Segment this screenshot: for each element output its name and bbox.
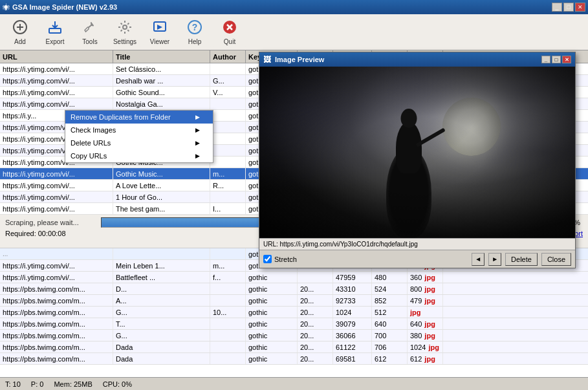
toolbar: Add Export Tools Settings Viewer ? Help (0, 14, 588, 50)
col-author: Author (210, 50, 246, 63)
export-label: Export (46, 38, 65, 45)
col-title: Title (113, 50, 210, 63)
vignette-element (259, 67, 575, 238)
status-cpu: CPU: 0% (103, 380, 132, 388)
settings-icon (117, 19, 133, 37)
context-menu: Remove Duplicates from Folder ▶ Check Im… (65, 110, 213, 163)
svg-point-4 (123, 25, 127, 29)
close-preview-button[interactable]: Close (541, 253, 571, 266)
status-p: P: 0 (31, 380, 44, 388)
preview-minimize-button[interactable]: _ (541, 56, 550, 63)
table-row[interactable]: https://pbs.twimg.com/m...G...10...gothi… (0, 307, 588, 318)
col-url: URL (0, 50, 113, 63)
status-mem: Mem: 25MB (54, 380, 92, 388)
ctx-arrow-icon: ▶ (195, 114, 200, 120)
stretch-label: Stretch (274, 255, 297, 263)
help-label: Help (188, 38, 202, 45)
preview-url-bar: URL: https://i.ytimg.com/vi/Yp3IoCO1drc/… (259, 238, 575, 250)
stretch-control[interactable]: Stretch (263, 255, 297, 263)
settings-button[interactable]: Settings (109, 17, 141, 47)
ctx-delete-urls[interactable]: Delete URLs ▶ (65, 136, 213, 149)
scraping-label: Scraping, please wait... (5, 219, 96, 226)
viewer-label: Viewer (150, 38, 169, 45)
viewer-button[interactable]: Viewer (144, 17, 176, 47)
table-row[interactable]: https://pbs.twimg.com/m...Dadagothic20..… (0, 341, 588, 353)
maximize-button[interactable]: □ (563, 3, 574, 12)
table-row[interactable]: https://i.ytimg.com/vi/...Battlefleet ..… (0, 272, 588, 283)
preview-title: Image Preview (275, 56, 538, 63)
status-t: T: 10 (5, 380, 21, 388)
ctx-check-images[interactable]: Check Images ▶ (65, 124, 213, 136)
ctx-remove-duplicates-label: Remove Duplicates from Folder (71, 113, 171, 121)
export-icon (47, 19, 63, 37)
ctx-arrow-icon: ▶ (195, 153, 200, 159)
ctx-remove-duplicates[interactable]: Remove Duplicates from Folder ▶ (65, 111, 213, 124)
ctx-arrow-icon: ▶ (195, 140, 200, 146)
ctx-copy-urls-label: Copy URLs (71, 152, 107, 160)
minimize-button[interactable]: _ (552, 3, 562, 12)
svg-text:?: ? (192, 22, 198, 32)
close-button[interactable]: ✕ (575, 3, 585, 12)
add-button[interactable]: Add (4, 17, 36, 47)
required-label: Required: 00:00:08 (5, 230, 66, 237)
next-button[interactable]: ► (488, 253, 501, 266)
ctx-check-images-label: Check Images (71, 126, 116, 134)
add-icon (12, 19, 28, 37)
tools-label: Tools (82, 38, 97, 45)
add-label: Add (14, 38, 26, 45)
quit-icon (222, 19, 237, 37)
preview-controls: Stretch ◄ ► Delete Close (259, 250, 575, 268)
preview-title-bar: 🖼 Image Preview _ □ ✕ (259, 52, 575, 67)
preview-url-text: URL: https://i.ytimg.com/vi/Yp3IoCO1drc/… (263, 241, 418, 248)
stretch-checkbox[interactable] (263, 255, 272, 263)
table-row[interactable]: https://pbs.twimg.com/m...G...gothic20..… (0, 330, 588, 341)
gothic-image (259, 67, 575, 238)
quit-button[interactable]: Quit (213, 17, 246, 47)
ctx-arrow-icon: ▶ (195, 127, 200, 133)
table-row[interactable]: https://pbs.twimg.com/m...A...gothic20..… (0, 295, 588, 307)
svg-rect-3 (49, 28, 61, 33)
quit-label: Quit (224, 38, 235, 45)
help-icon: ? (187, 19, 202, 37)
delete-button[interactable]: Delete (505, 253, 538, 266)
table-row[interactable]: https://pbs.twimg.com/m...D...gothic20..… (0, 283, 588, 295)
table-row[interactable]: https://pbs.twimg.com/m...Dadagothic20..… (0, 353, 588, 365)
tools-button[interactable]: Tools (74, 17, 106, 47)
export-button[interactable]: Export (39, 17, 71, 47)
ctx-copy-urls[interactable]: Copy URLs ▶ (65, 149, 213, 162)
preview-image-area (259, 67, 575, 238)
prev-button[interactable]: ◄ (472, 253, 485, 266)
app-title: GSA Image Spider (NEW) v2.93 (12, 3, 552, 11)
status-bar: T: 10 P: 0 Mem: 25MB CPU: 0% (0, 377, 588, 390)
preview-window: 🖼 Image Preview _ □ ✕ (259, 52, 576, 268)
table-row[interactable]: https://pbs.twimg.com/m...T...gothic20..… (0, 318, 588, 330)
help-button[interactable]: ? Help (179, 17, 211, 47)
preview-icon: 🖼 (263, 55, 271, 64)
preview-maximize-button[interactable]: □ (552, 56, 561, 63)
app-icon: 🕷 (3, 3, 10, 11)
settings-label: Settings (113, 38, 136, 45)
tools-icon (82, 19, 98, 37)
title-bar: 🕷 GSA Image Spider (NEW) v2.93 _ □ ✕ (0, 0, 588, 14)
ctx-delete-urls-label: Delete URLs (71, 139, 111, 147)
viewer-icon (152, 19, 168, 37)
preview-close-button[interactable]: ✕ (562, 56, 571, 63)
